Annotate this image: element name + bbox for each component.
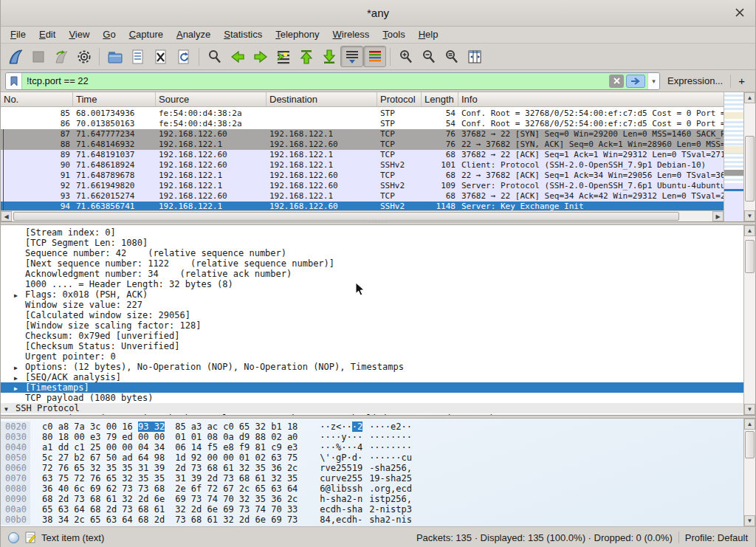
pane-splitter[interactable]: [1, 416, 755, 418]
menu-analyze[interactable]: Analyze: [170, 27, 217, 43]
expander-icon[interactable]: [14, 291, 18, 300]
hex-row[interactable]: 007063 75 72 76 65 32 35 3531 39 2d 73 6…: [1, 473, 743, 484]
expander-icon[interactable]: [14, 363, 18, 372]
column-header-no[interactable]: No.: [1, 92, 73, 106]
filter-apply-icon[interactable]: [626, 75, 645, 88]
column-header-time[interactable]: Time: [73, 92, 156, 106]
colorize-icon[interactable]: [363, 46, 386, 67]
hex-row[interactable]: 009068 2d 73 68 61 32 2d 6e69 73 74 70 3…: [1, 494, 743, 504]
filter-clear-icon[interactable]: [609, 75, 624, 88]
detail-line[interactable]: [Checksum Status: Unverified]: [1, 341, 743, 351]
column-header-info[interactable]: Info: [458, 92, 724, 106]
column-header-source[interactable]: Source: [156, 92, 267, 106]
packet-row[interactable]: 9171.648789678192.168.122.1192.168.122.6…: [1, 171, 724, 181]
expert-info-icon[interactable]: [8, 532, 19, 543]
hex-row[interactable]: 0020c0 a8 7a 3c 00 16 93 3285 a3 ac c0 6…: [1, 422, 743, 432]
close-file-icon[interactable]: [149, 46, 172, 67]
bookmark-icon[interactable]: [6, 73, 22, 89]
go-back-icon[interactable]: [226, 46, 249, 67]
detail-line[interactable]: Urgent pointer: 0: [1, 351, 743, 362]
add-filter-button[interactable]: +: [735, 75, 751, 87]
detail-line[interactable]: Flags: 0x018 (PSH, ACK): [1, 289, 743, 300]
zoom-reset-icon[interactable]: [440, 46, 463, 67]
go-first-icon[interactable]: [295, 46, 317, 67]
menu-telephony[interactable]: Telephony: [269, 27, 326, 43]
scroll-down-icon[interactable]: ▼: [744, 210, 755, 221]
detail-line[interactable]: [Calculated window size: 29056]: [1, 310, 743, 320]
menu-view[interactable]: View: [62, 27, 96, 43]
packet-row[interactable]: 9371.662015274192.168.122.60192.168.122.…: [1, 191, 724, 202]
filter-field[interactable]: ▾: [5, 72, 660, 90]
expression-button[interactable]: Expression...: [664, 75, 726, 86]
column-header-length[interactable]: Length: [422, 92, 458, 106]
go-forward-icon[interactable]: [249, 46, 272, 67]
detail-line[interactable]: [SEQ/ACK analysis]: [1, 372, 743, 382]
title-bar[interactable]: *any: [1, 0, 755, 27]
detail-line[interactable]: Sequence number: 42 (relative sequence n…: [1, 248, 743, 258]
close-icon[interactable]: [734, 7, 746, 18]
hex-row[interactable]: 0040a1 dd c1 25 00 00 04 3406 14 f5 e8 f…: [1, 442, 743, 453]
bytes-vscrollbar[interactable]: ▲ ▼: [743, 419, 755, 526]
collapse-icon[interactable]: [4, 405, 8, 413]
detail-line[interactable]: Options: (12 bytes), No-Operation (NOP),…: [1, 362, 743, 372]
go-to-packet-icon[interactable]: [272, 46, 295, 67]
menu-capture[interactable]: Capture: [123, 27, 170, 43]
packet-row[interactable]: 8971.648191037192.168.122.60192.168.122.…: [1, 150, 724, 160]
detail-line[interactable]: [Window size scaling factor: 128]: [1, 320, 743, 331]
save-file-icon[interactable]: [126, 46, 149, 67]
menu-edit[interactable]: Edit: [32, 27, 62, 43]
menu-go[interactable]: Go: [96, 27, 122, 43]
expander-icon[interactable]: [14, 384, 18, 393]
packet-list-hscrollbar[interactable]: ◀ ▶: [1, 210, 724, 221]
restart-capture-icon[interactable]: [49, 46, 72, 67]
find-packet-icon[interactable]: [203, 46, 226, 67]
menu-file[interactable]: File: [4, 27, 32, 43]
packet-row[interactable]: 8871.648146932192.168.122.1192.168.122.6…: [1, 140, 724, 150]
packet-row[interactable]: 9271.661949820192.168.122.1192.168.122.6…: [1, 181, 724, 191]
detail-line[interactable]: Window size value: 227: [1, 300, 743, 310]
filter-input[interactable]: [22, 75, 609, 86]
start-capture-icon[interactable]: [4, 46, 27, 67]
hex-row[interactable]: 006072 76 65 32 35 35 31 392d 73 68 61 3…: [1, 463, 743, 473]
scroll-down-icon[interactable]: ▼: [744, 404, 755, 415]
packet-row[interactable]: 8568.001734936fe:54:00:d4:38:2aSTP54Conf…: [1, 109, 724, 119]
scroll-down-icon[interactable]: ▼: [744, 515, 755, 526]
vscroll-thumb[interactable]: [745, 240, 755, 273]
detail-line-selected[interactable]: [Timestamps]: [1, 382, 743, 393]
hex-row[interactable]: 00a065 63 64 68 2d 73 68 6132 2d 6e 69 7…: [1, 504, 743, 515]
packet-list-minimap[interactable]: [724, 92, 743, 221]
packet-row[interactable]: 8771.647777234192.168.122.60192.168.122.…: [1, 129, 724, 140]
menu-help[interactable]: Help: [412, 27, 445, 43]
reload-file-icon[interactable]: [172, 46, 195, 67]
scroll-up-icon[interactable]: ▲: [744, 225, 755, 236]
menu-tools[interactable]: Tools: [376, 27, 411, 43]
detail-line[interactable]: [Stream index: 0]: [1, 227, 743, 238]
detail-line[interactable]: Checksum: 0x79ed [unverified]: [1, 331, 743, 341]
scroll-up-icon[interactable]: ▲: [744, 419, 755, 430]
details-vscrollbar[interactable]: ▲ ▼: [743, 225, 755, 415]
packet-row-selected[interactable]: 9471.663856741192.168.122.1192.168.122.6…: [1, 202, 724, 210]
filter-dropdown-icon[interactable]: ▾: [647, 73, 659, 89]
packet-row[interactable]: 8670.013850163fe:54:00:d4:38:2aSTP54Conf…: [1, 119, 724, 129]
pane-splitter[interactable]: [1, 222, 755, 224]
detail-line[interactable]: TCP payload (1080 bytes): [1, 393, 743, 403]
detail-line[interactable]: 1000 .... = Header Length: 32 bytes (8): [1, 279, 743, 289]
hex-row[interactable]: 00505c 27 b2 67 50 ad 64 981d 92 00 00 0…: [1, 453, 743, 463]
zoom-in-icon[interactable]: [394, 46, 417, 67]
auto-scroll-icon[interactable]: [340, 46, 363, 67]
detail-line[interactable]: [Next sequence number: 1122 (relative se…: [1, 258, 743, 269]
zoom-out-icon[interactable]: [417, 46, 440, 67]
hex-row[interactable]: 008036 40 6c 69 62 73 73 682e 6f 72 67 2…: [1, 484, 743, 494]
detail-line[interactable]: [TCP Segment Len: 1080]: [1, 238, 743, 248]
column-header-destination[interactable]: Destination: [267, 92, 377, 106]
scroll-up-icon[interactable]: ▲: [744, 92, 755, 103]
packet-row[interactable]: 9071.648618924192.168.122.60192.168.122.…: [1, 160, 724, 171]
vscroll-thumb[interactable]: [745, 136, 755, 202]
go-last-icon[interactable]: [317, 46, 340, 67]
expander-icon[interactable]: [14, 374, 18, 382]
scroll-left-icon[interactable]: ◀: [1, 211, 12, 221]
menu-wireless[interactable]: Wireless: [326, 27, 377, 43]
vscroll-thumb[interactable]: [745, 431, 755, 458]
detail-line[interactable]: Acknowledgment number: 34 (relative ack …: [1, 269, 743, 279]
status-profile[interactable]: Profile: Default: [685, 532, 748, 543]
